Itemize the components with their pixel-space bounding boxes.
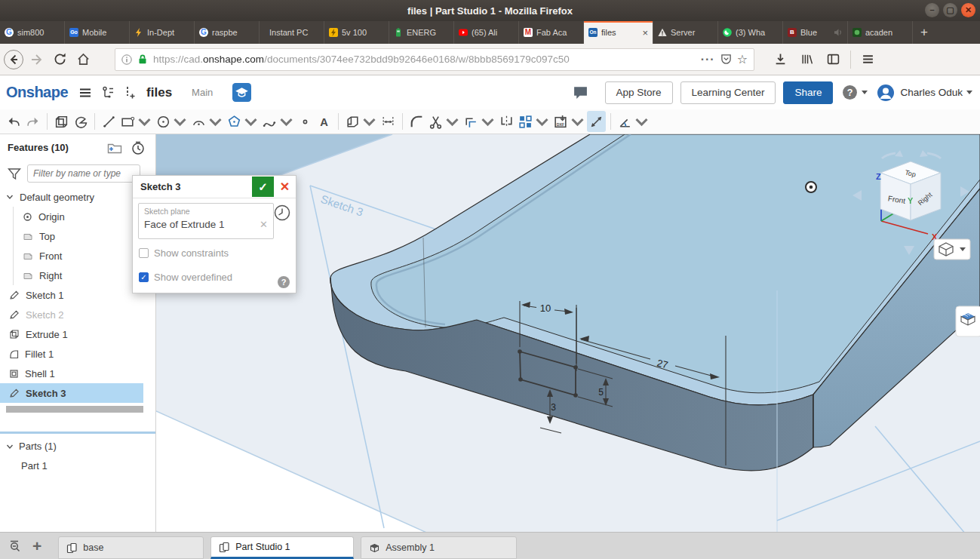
browser-tab-sim800[interactable]: Gsim800 bbox=[0, 21, 65, 44]
fillet-tool-icon[interactable] bbox=[407, 111, 426, 132]
sidebar-toggle-icon[interactable] bbox=[827, 53, 840, 66]
history-clock-icon[interactable] bbox=[274, 204, 290, 221]
page-info-icon[interactable] bbox=[121, 54, 132, 65]
bookmark-star-icon[interactable]: ☆ bbox=[737, 52, 748, 66]
page-actions-icon[interactable]: ··· bbox=[701, 53, 715, 66]
add-tab-icon[interactable]: + bbox=[32, 537, 41, 555]
browser-tab-5v-100[interactable]: 5v 100 bbox=[324, 21, 389, 44]
pocket-icon[interactable] bbox=[720, 54, 732, 65]
text-tool-icon[interactable]: A bbox=[315, 111, 333, 132]
learning-center-button[interactable]: Learning Center bbox=[680, 81, 776, 104]
back-button[interactable] bbox=[3, 49, 24, 70]
rollback-history-icon[interactable] bbox=[131, 141, 145, 155]
extrude-tool-icon[interactable] bbox=[52, 111, 71, 132]
spline-tool-icon[interactable] bbox=[260, 111, 296, 132]
https-lock-icon[interactable] bbox=[137, 54, 148, 65]
home-button[interactable] bbox=[76, 52, 91, 66]
rectangle-tool-icon[interactable] bbox=[118, 111, 154, 132]
onshape-logo[interactable]: Onshape bbox=[6, 84, 68, 101]
trim-tool-icon[interactable] bbox=[426, 111, 462, 132]
part-list-item[interactable]: Part 1 bbox=[21, 460, 48, 471]
revolve-tool-icon[interactable] bbox=[71, 111, 90, 132]
feature-item-fillet-1[interactable]: Fillet 1 bbox=[0, 344, 155, 364]
sketch-plane-field[interactable]: Sketch plane Face of Extrude 1 ✕ bbox=[138, 203, 274, 239]
tab-close-icon[interactable]: × bbox=[642, 27, 648, 38]
learning-cap-icon[interactable] bbox=[232, 83, 251, 102]
feature-item-extrude-1[interactable]: Extrude 1 bbox=[0, 324, 155, 344]
browser-tab-instant-pc[interactable]: Instant PC bbox=[260, 21, 324, 44]
browser-tab-raspbe[interactable]: Graspbe bbox=[195, 21, 260, 44]
window-maximize-button[interactable]: ▢ bbox=[943, 3, 957, 17]
bom-flyout-tab[interactable] bbox=[956, 306, 980, 336]
menu-hamburger-icon[interactable] bbox=[862, 53, 874, 66]
dimension-tool-icon[interactable] bbox=[587, 111, 606, 132]
offset-tool-icon[interactable] bbox=[462, 111, 497, 132]
search-tabs-icon[interactable] bbox=[9, 539, 23, 553]
filter-input[interactable] bbox=[27, 164, 140, 183]
constraint-tool-icon[interactable] bbox=[616, 111, 651, 132]
parts-section-header[interactable]: Parts (1) bbox=[6, 441, 57, 452]
window-close-button[interactable]: ✕ bbox=[961, 3, 975, 17]
dialog-help-icon[interactable]: ? bbox=[278, 276, 290, 288]
browser-tab-energ[interactable]: ENERG bbox=[389, 21, 454, 44]
import-dxf-tool-icon[interactable]: DXF bbox=[551, 111, 587, 132]
document-menu-icon[interactable] bbox=[78, 86, 92, 100]
window-minimize-button[interactable]: – bbox=[925, 3, 939, 17]
app-store-button[interactable]: App Store bbox=[605, 81, 673, 104]
arc-tool-icon[interactable] bbox=[189, 111, 225, 132]
browser-tab--3-wha[interactable]: (3) Wha bbox=[718, 21, 783, 44]
browser-tab-acaden[interactable]: acaden bbox=[848, 21, 913, 44]
help-icon[interactable]: ? bbox=[842, 84, 858, 100]
show-overdefined-row[interactable]: ✓ Show overdefined bbox=[139, 272, 232, 283]
feature-item-sketch-3[interactable]: Sketch 3 bbox=[0, 383, 143, 403]
dialog-cancel-button[interactable]: ✕ bbox=[274, 177, 296, 197]
dim-10-value[interactable]: 10 bbox=[540, 303, 551, 314]
create-version-icon[interactable] bbox=[123, 85, 136, 100]
user-caret-icon[interactable] bbox=[966, 91, 972, 94]
user-name[interactable]: Charles Oduk bbox=[900, 87, 963, 98]
line-tool-icon[interactable] bbox=[100, 111, 118, 132]
show-constraints-row[interactable]: Show constraints bbox=[139, 247, 229, 259]
url-bar[interactable]: https://cad.onshape.com/documents/3074ee… bbox=[115, 48, 754, 71]
show-constraints-checkbox[interactable] bbox=[139, 248, 149, 258]
panel-splitter[interactable] bbox=[0, 432, 155, 434]
mirror-tool-icon[interactable] bbox=[497, 111, 516, 132]
polygon-tool-icon[interactable] bbox=[225, 111, 260, 132]
browser-tab-server[interactable]: Server bbox=[653, 21, 718, 44]
clear-selection-icon[interactable]: ✕ bbox=[260, 219, 268, 230]
distance-tool-icon[interactable] bbox=[379, 111, 398, 132]
versions-icon[interactable] bbox=[101, 85, 115, 100]
feature-item-shell-1[interactable]: Shell 1 bbox=[0, 364, 155, 383]
browser-tab-in-dept[interactable]: In-Dept bbox=[130, 21, 195, 44]
use-project-tool-icon[interactable] bbox=[343, 111, 379, 132]
library-icon[interactable] bbox=[800, 53, 813, 66]
user-avatar[interactable] bbox=[877, 84, 895, 102]
browser-tab--65-ali[interactable]: (65) Ali bbox=[454, 21, 519, 44]
forward-button[interactable] bbox=[29, 51, 45, 68]
show-overdefined-checkbox[interactable]: ✓ bbox=[139, 272, 149, 282]
dialog-confirm-button[interactable]: ✓ bbox=[252, 177, 274, 197]
studio-tab-part-studio-1[interactable]: Part Studio 1 bbox=[210, 536, 354, 559]
view-options-button[interactable] bbox=[934, 239, 970, 260]
studio-tab-assembly-1[interactable]: Assembly 1 bbox=[361, 536, 517, 559]
new-folder-icon[interactable] bbox=[107, 141, 122, 155]
filter-icon[interactable] bbox=[8, 167, 21, 180]
comment-icon[interactable] bbox=[573, 84, 588, 100]
dim-5-value[interactable]: 5 bbox=[598, 387, 604, 398]
undo-tool-icon[interactable] bbox=[5, 111, 23, 132]
dim-3-value[interactable]: 3 bbox=[551, 402, 556, 413]
download-icon[interactable] bbox=[774, 53, 787, 66]
share-button[interactable]: Share bbox=[783, 81, 833, 104]
studio-tab-base[interactable]: base bbox=[58, 536, 204, 559]
point-tool-icon[interactable] bbox=[296, 111, 315, 132]
origin-marker[interactable] bbox=[806, 182, 816, 192]
browser-tab-fab-aca[interactable]: MFab Aca bbox=[519, 21, 584, 44]
circle-tool-icon[interactable] bbox=[154, 111, 189, 132]
workspace-name[interactable]: Main bbox=[192, 87, 213, 98]
new-tab-button[interactable]: + bbox=[913, 21, 935, 44]
rollback-bar[interactable] bbox=[6, 406, 143, 413]
reload-button[interactable] bbox=[53, 52, 67, 66]
help-caret-icon[interactable] bbox=[862, 91, 868, 94]
browser-tab-mobile[interactable]: GoMobile bbox=[65, 21, 130, 44]
browser-tab-blue[interactable]: BBlue bbox=[783, 21, 848, 44]
